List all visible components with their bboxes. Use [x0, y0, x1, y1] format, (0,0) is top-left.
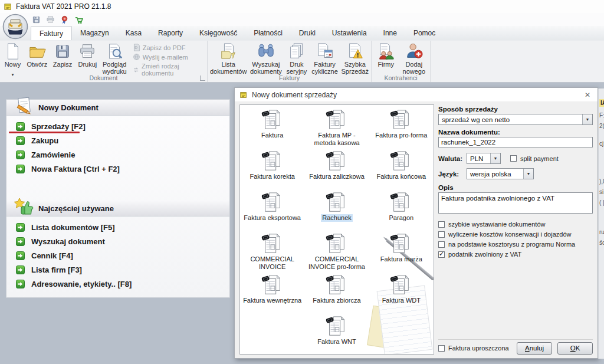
tab-faktury[interactable]: Faktury	[31, 26, 72, 40]
doc-type-rachunek[interactable]: Rachunek	[304, 191, 369, 232]
doc-type-faktura-wnt[interactable]: Faktura WNT	[304, 315, 369, 355]
doc-type-faktura-korekta[interactable]: Faktura korekta	[240, 150, 304, 191]
save-icon[interactable]	[32, 15, 41, 24]
doc-type-label: Paragon	[388, 214, 415, 222]
sposob-sprzedazy-select[interactable]: sprzedaż wg cen netto	[438, 114, 593, 125]
quick-access-toolbar	[0, 13, 604, 26]
podglad-wydruku-button[interactable]: Podgląd wydruku	[100, 41, 129, 76]
sidebar-item-cennik[interactable]: Cennik [F4]	[6, 248, 229, 263]
doc-type-label: Faktura	[260, 132, 284, 139]
tab-platnosci[interactable]: Płatności	[245, 26, 291, 40]
cart-icon[interactable]	[74, 15, 83, 24]
waluta-label: Waluta:	[438, 155, 467, 162]
select-value: sprzedaż wg cen netto	[439, 116, 582, 123]
opis-textarea[interactable]: Faktura podatnika zwolnionego z VAT	[438, 192, 593, 214]
edge-fragment: cj:	[599, 140, 604, 147]
doc-type-faktura-marza[interactable]: Faktura marża	[369, 232, 434, 274]
invoice-document-icon	[261, 232, 284, 255]
doc-type-faktura-wewnetrzna[interactable]: Faktura wewnętrzna	[240, 274, 304, 315]
doc-type-label-selected: Rachunek	[321, 214, 353, 222]
doc-type-label: Faktura zbiorcza	[311, 297, 362, 304]
sidebar-item-nowa-faktura[interactable]: Nowa Faktura [Ctrl + F2]	[6, 162, 229, 176]
button-label: Wyślij e-mailem	[143, 54, 188, 61]
checkbox-box	[438, 241, 445, 248]
dodaj-nowego-button[interactable]: Dodaj nowego	[399, 41, 429, 76]
tab-magazyn[interactable]: Magazyn	[72, 26, 117, 40]
sidebar-item-wyszukaj-dokument[interactable]: Wyszukaj dokument	[6, 234, 229, 248]
nazwa-dokumentu-input[interactable]	[438, 137, 593, 147]
jezyk-select[interactable]: wersja polska	[467, 168, 534, 179]
kosztorys-norma-checkbox[interactable]: na podstawie kosztorysu z programu Norma	[438, 241, 593, 248]
sidebar-section-najczesciej-uzywane: Najczęściej używane	[6, 201, 229, 217]
waluta-select[interactable]: PLN	[467, 153, 501, 164]
doc-type-label: Faktura MP - metoda kasowa	[306, 132, 368, 146]
firmy-button[interactable]: Firmy	[373, 41, 399, 68]
dialog-launcher-icon[interactable]	[200, 76, 205, 81]
tab-ustawienia[interactable]: Ustawienia	[324, 26, 375, 40]
green-arrow-icon	[16, 150, 25, 159]
doc-type-faktura-wdt[interactable]: Faktura WDT	[369, 274, 434, 315]
zapisz-do-pdf-button[interactable]: Zapisz do PDF	[133, 44, 203, 51]
ribbon-group-kontrahenci: Firmy Dodaj nowego Kontrahenci	[372, 41, 431, 82]
tab-ksiegowosc[interactable]: Księgowość	[191, 26, 245, 40]
szybka-sprzedaz-button[interactable]: Szybka Sprzedaż	[340, 41, 370, 76]
print-icon[interactable]	[46, 15, 55, 24]
split-payment-checkbox[interactable]: split payment	[510, 155, 559, 162]
doc-type-faktura-eksportowa[interactable]: Faktura eksportowa	[240, 191, 304, 232]
button-label: Podgląd wydruku	[101, 61, 128, 75]
doc-type-faktura[interactable]: Faktura	[240, 109, 304, 150]
nowy-button[interactable]: Nowy	[1, 41, 24, 79]
doc-type-faktura-koncowa[interactable]: Faktura końcowa	[369, 150, 434, 191]
green-arrow-icon	[16, 165, 25, 173]
doc-type-faktura-zbiorcza[interactable]: Faktura zbiorcza	[304, 274, 369, 315]
wyliczenie-kosztow-checkbox[interactable]: wyliczenie kosztów konserwacji i dojazdó…	[438, 231, 593, 238]
lista-dokumentow-button[interactable]: Lista dokumentów	[209, 41, 248, 76]
group-caption: Dokument	[90, 74, 118, 81]
sidebar-item-lista-dokumentow[interactable]: Lista dokumentów [F5]	[6, 220, 229, 234]
seal-icon[interactable]	[60, 15, 69, 24]
button-label: Zapisz do PDF	[143, 44, 186, 51]
sidebar-item-zakupu[interactable]: Zakupu	[6, 133, 229, 147]
doc-type-faktura-pro-forma[interactable]: Faktura pro-forma	[369, 109, 434, 150]
close-icon[interactable]	[582, 91, 593, 99]
invoice-document-icon	[326, 315, 348, 337]
wyslij-emailem-button[interactable]: Wyślij e-mailem	[133, 53, 203, 61]
button-label: Drukuj	[78, 61, 97, 68]
checkbox-label: na podstawie kosztorysu z programu Norma	[448, 241, 575, 248]
quick-sale-icon	[346, 42, 364, 60]
drukuj-button[interactable]: Drukuj	[75, 41, 100, 68]
faktura-uproszczona-checkbox[interactable]: Faktura uproszczona	[438, 345, 509, 352]
tab-pomoc[interactable]: Pomoc	[405, 26, 444, 40]
tab-kasa[interactable]: Kasa	[117, 26, 150, 40]
otworz-button[interactable]: Otwórz	[24, 41, 50, 68]
faktury-cykliczne-button[interactable]: Faktury cykliczne	[309, 41, 340, 76]
doc-type-commercial-invoice[interactable]: COMMERCIAL INVOICE	[240, 232, 304, 274]
wyszukaj-dokumenty-button[interactable]: Wyszukaj dokumenty	[248, 41, 284, 76]
druk-seryjny-button[interactable]: Druk seryjny	[284, 41, 309, 76]
doc-type-faktura-mp[interactable]: Faktura MP - metoda kasowa	[304, 109, 369, 150]
sidebar-item-adresowanie[interactable]: Adresowanie, etykiety.. [F8]	[6, 277, 229, 291]
doc-type-label: COMMERCIAL INVOICE	[241, 255, 304, 270]
sidebar-item-lista-firm[interactable]: Lista firm [F3]	[6, 263, 229, 277]
jezyk-label: Język:	[438, 170, 467, 178]
open-folder-icon	[28, 42, 46, 60]
doc-type-faktura-zaliczkowa[interactable]: Faktura zaliczkowa	[304, 150, 369, 191]
doc-type-label: Faktura zaliczkowa	[308, 173, 366, 181]
szybkie-wystawianie-checkbox[interactable]: szybkie wystawianie dokumentów	[438, 221, 593, 228]
doc-type-paragon[interactable]: Paragon	[369, 191, 434, 232]
podatnik-zwolniony-checkbox[interactable]: podatnik zwolniony z VAT	[438, 251, 593, 258]
sidebar-item-zamowienie[interactable]: Zamówienie	[6, 147, 229, 162]
window-title: Faktura VAT 2021 PRO 21.1.8	[16, 2, 111, 11]
ok-button[interactable]: OK	[557, 342, 593, 355]
invoice-document-icon	[261, 150, 284, 172]
new-document-icon	[4, 42, 21, 60]
doc-type-commercial-invoice-pro-forma[interactable]: COMMERCIAL INVOICE pro-forma	[304, 232, 369, 274]
edge-fragment: 2(	[599, 123, 604, 129]
application-menu-button[interactable]	[2, 14, 28, 40]
anuluj-button[interactable]: Anuluj	[517, 342, 552, 355]
sidebar-item-sprzedazy[interactable]: Sprzedaży [F2]	[6, 119, 229, 133]
zapisz-button[interactable]: Zapisz	[50, 41, 75, 68]
tab-raporty[interactable]: Raporty	[150, 26, 191, 40]
tab-druki[interactable]: Druki	[291, 26, 324, 40]
tab-inne[interactable]: Inne	[375, 26, 405, 40]
